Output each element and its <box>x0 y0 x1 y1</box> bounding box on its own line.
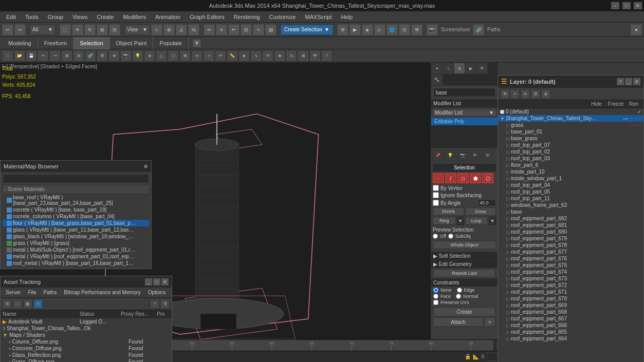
select-button[interactable]: ⬚ <box>60 24 71 35</box>
asset-row-colums[interactable]: ▪Colums_Diffuse.png Found <box>1 338 172 345</box>
asset-tracking-maximize-button[interactable]: □ <box>153 278 160 285</box>
asset-menu-bitmap[interactable]: Bitmap Performance and Memory <box>61 289 144 296</box>
layer-button[interactable]: ⊟ <box>241 24 252 35</box>
layer-tb-merge[interactable]: ⊕ <box>541 89 550 99</box>
tool-help2[interactable]: ? <box>321 50 333 62</box>
layers-title-bar[interactable]: ☰ Layer: 0 (default) ? _ ✕ <box>498 75 643 88</box>
mode-tab-modeling[interactable]: Modeling <box>2 37 38 49</box>
layer-row-roof05[interactable]: ▷ roof_top_part_05 <box>498 188 643 195</box>
ignore-backfacing-checkbox[interactable] <box>433 192 439 198</box>
layer-row-eq672[interactable]: ▷ roof_eqipment_part_672 <box>498 282 643 289</box>
layers-close-button[interactable]: ✕ <box>633 78 640 85</box>
tool-redo[interactable]: ↪ <box>49 50 61 62</box>
layer-row-eq669[interactable]: ▷ roof_eqipment_part_669 <box>498 302 643 309</box>
grow-button[interactable]: Grow <box>465 207 496 216</box>
tool-camera[interactable]: 📷 <box>120 50 132 62</box>
tool-material[interactable]: ◈ <box>238 50 250 62</box>
mod-icon-show[interactable]: 👁 <box>469 149 481 161</box>
layer-row-eq671[interactable]: ▷ roof_eqipment_part_671 <box>498 289 643 295</box>
subobj-vertex-icon[interactable]: · <box>433 173 444 183</box>
preview-off-radio[interactable] <box>433 234 438 239</box>
create-button[interactable]: Create <box>433 307 495 316</box>
quick-render-button[interactable]: ▷ <box>374 24 385 35</box>
mode-tab-freeform[interactable]: Freeform <box>38 37 74 49</box>
cmd-tab-utilities[interactable]: 🔧 <box>431 74 443 85</box>
asset-tb-btn-3[interactable]: ▦ <box>23 299 32 309</box>
menu-modifiers[interactable]: Modifiers <box>119 13 150 21</box>
align-button[interactable]: ≡ <box>216 24 227 35</box>
tool-light[interactable]: 💡 <box>132 50 143 62</box>
mode-tab-selection[interactable]: Selection <box>73 37 109 49</box>
move-button[interactable]: ✛ <box>72 24 83 35</box>
asset-tracking-close-button[interactable]: ✕ <box>161 278 169 285</box>
layer-tb-props[interactable]: ⚙ <box>531 89 540 99</box>
mat-item-6[interactable]: grass ( VRayMtl ) [grass] <box>3 240 149 246</box>
cmd-tab-hierarchy[interactable]: ⊕ <box>454 63 465 74</box>
menu-maxscript[interactable]: MAXScript <box>301 13 336 21</box>
asset-row-vault[interactable]: ▶Autodesk Vault Logged O... <box>1 318 172 325</box>
layers-minimize-button[interactable]: _ <box>625 78 632 85</box>
menu-rendering[interactable]: Rendering <box>230 13 264 21</box>
mat-item-9[interactable]: roof_metal ( VRayMtl ) [base_part_16,bas… <box>3 260 149 266</box>
mat-item-2[interactable]: cocrete_columns ( VRayMtl ) [base_part_0… <box>3 213 149 220</box>
percent-snap[interactable]: % <box>188 24 199 35</box>
tool-open[interactable]: 📂 <box>14 50 25 62</box>
constraint-edge-radio[interactable] <box>457 288 462 293</box>
mat-item-3[interactable]: floor ( VRayMtl ) [base_grass,base_part_… <box>3 220 149 226</box>
whole-object-button[interactable]: Whole Object <box>433 241 496 249</box>
menu-group[interactable]: Group <box>44 13 68 21</box>
asset-row-glass[interactable]: ▪Glass_Reflection.png Found <box>1 352 172 358</box>
render-button[interactable]: ▶ <box>349 24 361 35</box>
by-angle-value-input[interactable] <box>478 199 496 206</box>
vr-button[interactable]: ● <box>631 24 642 35</box>
menu-create[interactable]: Create <box>93 13 118 21</box>
tool-mirror2[interactable]: ⇔ <box>191 50 203 62</box>
tool-cap[interactable]: ⊙ <box>286 50 297 62</box>
edit-geometry-toggle[interactable]: ▶ Edit Geometry <box>431 260 498 268</box>
tool-group[interactable]: ⊞ <box>61 50 72 62</box>
create-selection-button[interactable]: Create Selection ▼ <box>281 25 333 35</box>
asset-tb-settings[interactable]: ⚙ <box>160 299 170 309</box>
layers-help-button[interactable]: ? <box>617 78 624 85</box>
constraint-normal-radio[interactable] <box>456 294 461 299</box>
layer-row-base[interactable]: ▷ base <box>498 208 643 215</box>
mode-tab-populate[interactable]: Populate <box>153 37 188 49</box>
mat-item-5[interactable]: glass_black ( VRayMtl ) [window_part_19,… <box>3 233 149 240</box>
ribbon-settings-button[interactable]: ▼ <box>193 39 201 47</box>
layer-row-insidewin[interactable]: ▷ inside_window_part_1 <box>498 175 643 182</box>
mod-icon-camera2[interactable]: 📷 <box>457 149 468 161</box>
paths-button[interactable]: 🔗 <box>473 24 484 35</box>
asset-tb-btn-4[interactable]: ≡ <box>33 299 43 309</box>
material-editor-button[interactable]: ◈ <box>362 24 373 35</box>
tool-measure[interactable]: 📏 <box>227 50 238 62</box>
layer-tb-hide[interactable]: 👁 <box>500 89 509 99</box>
render-frame-button[interactable]: ⊡ <box>399 24 410 35</box>
preserve-uvs-checkbox[interactable] <box>433 300 438 305</box>
layer-row-eq675[interactable]: ▷ roof_eqipment_part_675 <box>498 262 643 269</box>
layer-row-inside10[interactable]: ▷ inside_part_10 <box>498 168 643 175</box>
menu-customize[interactable]: Customize <box>265 13 300 21</box>
asset-tb-btn-1[interactable]: ⊞ <box>3 299 12 309</box>
maximize-button[interactable]: □ <box>622 2 631 9</box>
modifier-dropdown[interactable]: Modifier List ▼ <box>432 109 496 117</box>
repeat-last-button[interactable]: Repeat Last <box>433 269 495 277</box>
angle-snap[interactable]: ∠ <box>176 24 187 35</box>
redo-button[interactable]: ↪ <box>14 24 26 35</box>
tools2-button[interactable]: ⚒ <box>411 24 422 35</box>
mat-item-7[interactable]: metal ( Multi/Sub-Object ) [roof_eqipmen… <box>3 246 149 253</box>
asset-row-concrete[interactable]: ▪Concrete_Diffuse.png Found <box>1 345 172 352</box>
layer-row-roof03[interactable]: ▷ roof_top_part_03 <box>498 155 643 162</box>
curve-button[interactable]: ∿ <box>253 24 264 35</box>
environment-button[interactable]: 🌐 <box>387 24 398 35</box>
material-browser-title-bar[interactable]: Material/Map Browser ✕ <box>1 161 151 172</box>
asset-tracking-minimize-button[interactable]: _ <box>145 278 152 285</box>
cmd-tab-modify[interactable]: ⊹ <box>443 63 454 74</box>
tool-curve2[interactable]: ∿ <box>250 50 262 62</box>
layer-tb-add[interactable]: + <box>510 89 520 99</box>
close-button[interactable]: ✕ <box>634 2 642 9</box>
cmd-tab-motion[interactable]: ▶ <box>465 63 476 74</box>
preview-subobj-radio[interactable] <box>448 234 453 239</box>
layer-row-eq676[interactable]: ▷ roof_eqipment_part_676 <box>498 255 643 262</box>
mat-item-0[interactable]: base_roof ( VRayMtl ) [base_part_23,base… <box>3 194 149 206</box>
tool-grid[interactable]: ⊞ <box>298 50 309 62</box>
